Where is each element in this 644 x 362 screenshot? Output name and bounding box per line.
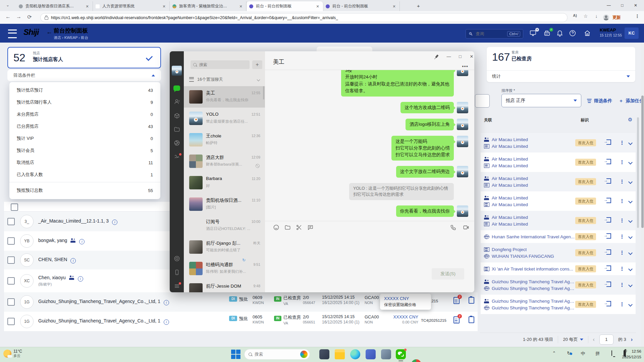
row-checkbox[interactable] <box>7 218 15 225</box>
message-bubble[interactable]: 这个地方改成放二维码 <box>400 102 454 113</box>
entity-name[interactable]: Xi 'an Air Travel ticket information con… <box>492 266 573 272</box>
rooms-summary-card[interactable]: 167 客房 已检查房 统计 <box>487 47 635 82</box>
browser-tab[interactable]: 前台 - 前台控制面板 ✕ <box>323 1 400 11</box>
add-task-button[interactable]: ＋ 添加任务 <box>619 98 644 104</box>
sort-by-select[interactable]: 抵店 正序 <box>501 94 581 107</box>
start-button[interactable] <box>231 349 241 359</box>
taskbar-search-input[interactable] <box>254 352 292 357</box>
task-row[interactable]: Xi 'an Air Travel ticket information con… <box>481 262 636 275</box>
browser-update-button[interactable]: 更新 <box>612 15 621 20</box>
row-menu-icon[interactable]: ⋮ <box>620 301 625 307</box>
favorites-box-icon[interactable] <box>170 113 184 120</box>
browser-tab[interactable]: 前台 - 前台控制面板 ✕ <box>247 1 323 11</box>
per-page-select[interactable]: 20 每页 <box>563 337 583 343</box>
taskbar-app-dark[interactable] <box>319 349 329 359</box>
filter-option[interactable]: 预计会员 5 <box>9 144 160 157</box>
guest-row[interactable]: 3_ _Air_Macau_Limited__12.1-1.1, 3i <box>4 212 170 231</box>
clipboard-icon[interactable] <box>469 316 474 323</box>
help-icon[interactable] <box>569 29 577 38</box>
tab-close-icon[interactable]: ✕ <box>161 4 167 9</box>
chat-list-item[interactable]: 酒店大群 12:09 财务部Barbara张英... <box>184 150 265 172</box>
window-minimize-button[interactable]: — <box>602 0 615 11</box>
ime-language-indicator[interactable]: 中 <box>579 351 587 357</box>
weather-widget[interactable]: 11°C 多云 <box>3 349 22 358</box>
tab-close-icon[interactable]: ✕ <box>85 4 90 9</box>
chat-list-item[interactable]: 王chole 12:36 帕萨特 <box>184 129 265 150</box>
clipboard-icon[interactable] <box>469 297 474 304</box>
row-checkbox[interactable] <box>7 277 15 285</box>
entity-name[interactable]: Air Macau Limited <box>492 163 528 168</box>
sender-avatar[interactable] <box>457 70 468 76</box>
filter-total-row[interactable]: 预抵预订总数 55 <box>9 184 160 197</box>
guest-name[interactable]: _Air_Macau_Limited__12.1-1.1, 3 <box>38 218 109 224</box>
guest-row[interactable]: 1G Guizhou_Shunjing_Tiancheng_Travel_Age… <box>4 312 478 331</box>
taskbar-search[interactable] <box>244 349 310 360</box>
entity-name[interactable]: Air Macau Limited <box>492 222 528 227</box>
guest-row[interactable]: YB bongwk, yangi <box>4 231 170 251</box>
forward-icon[interactable]: → <box>15 14 23 20</box>
expand-chevron-icon[interactable] <box>629 140 632 146</box>
message-bubble[interactable]: 这是一个万能码 扫它可以分享您此刻的心情 扫它可以立马传达您的需求 <box>391 136 454 161</box>
contacts-icon[interactable] <box>170 99 184 106</box>
task-search-input-partial[interactable] <box>475 94 490 108</box>
window-close-button[interactable]: ✕ <box>629 0 642 11</box>
row-menu-icon[interactable]: ⋮ <box>620 179 625 185</box>
expand-chevron-icon[interactable] <box>629 282 632 288</box>
task-row[interactable]: Dongfeng Project WUHAN TIANXIA FANGCANG … <box>481 243 636 262</box>
taskbar-clock[interactable]: 12:56 2025/12/15 <box>622 349 641 360</box>
task-row[interactable]: Guizhou Shunjing Tiancheng Travel Age...… <box>481 295 636 314</box>
chat-list-item[interactable]: 美工 12:55 你先看看，晚点我去找你 <box>184 86 265 108</box>
check-in-icon[interactable] <box>606 159 611 166</box>
check-in-icon[interactable] <box>606 139 611 146</box>
screenshot-scissors-icon[interactable] <box>296 224 303 231</box>
wechat-taskbar-icon[interactable] <box>396 349 406 359</box>
price-cell[interactable]: XXXXX CNY 0.00 CNY <box>380 314 418 324</box>
wechat-window[interactable]: + 16个置顶聊天 美工 12:55 你先看看，晚点我去找你 <box>170 51 474 292</box>
prev-page-icon[interactable]: ‹ <box>593 337 595 343</box>
workstation-icon[interactable]: ✕ <box>529 29 537 38</box>
chat-list-item[interactable]: 吐槽码沟通群 ↻ 9:51 陈伟明: 如果要我们补... <box>184 258 265 279</box>
send-button[interactable]: 发送(S) <box>432 268 464 280</box>
tray-chevron-icon[interactable]: ⌃ <box>550 351 558 356</box>
next-page-icon[interactable]: › <box>631 337 633 343</box>
ime-mode-indicator[interactable]: 拼 <box>594 351 602 357</box>
new-tab-button[interactable]: + <box>417 3 420 9</box>
profile-avatar[interactable] <box>603 14 609 20</box>
guest-name[interactable]: Chen, xiaoyu <box>38 275 66 280</box>
expand-chevron-icon[interactable] <box>629 159 632 165</box>
edge-icon[interactable] <box>350 349 360 359</box>
sender-avatar[interactable] <box>457 136 468 147</box>
filter-option[interactable]: 未分房抵店 0 <box>9 108 160 120</box>
tab-close-icon[interactable]: ✕ <box>391 4 397 9</box>
check-in-icon[interactable] <box>606 282 611 288</box>
filter-option[interactable]: 预计 VIP 0 <box>9 132 160 144</box>
row-checkbox[interactable] <box>7 256 15 264</box>
expand-chevron-icon[interactable] <box>629 218 632 224</box>
task-row[interactable]: Air Macau Limited Air Macau Limited 首次入住… <box>481 172 636 191</box>
row-menu-icon[interactable]: ⋮ <box>620 159 625 165</box>
pinned-chats-header[interactable]: 16个置顶聊天 <box>184 74 265 84</box>
file-icon[interactable] <box>284 224 291 231</box>
info-icon[interactable]: i <box>70 258 76 263</box>
check-in-icon[interactable] <box>606 178 611 185</box>
expand-chevron-icon[interactable] <box>629 301 632 307</box>
read-aloud-icon[interactable]: A) <box>571 13 579 17</box>
entity-name[interactable]: Air Macau Limited <box>492 137 528 142</box>
user-avatar[interactable] <box>172 66 182 76</box>
expand-chevron-icon[interactable] <box>629 198 632 204</box>
browser-tab[interactable]: 旅客查询 - 紫楠旅馆业治安信息管 ✕ <box>170 1 247 11</box>
taskbar-app-blue[interactable] <box>366 349 376 359</box>
chat-history-icon[interactable] <box>307 224 314 231</box>
entity-name[interactable]: Hunan Sanhe International Travel Agen... <box>492 234 575 239</box>
message-bubble[interactable]: YOLO : 这是一个万能码扫它可以分享您此刻的心情扫它可以立马传达您的需求 <box>349 183 454 200</box>
row-menu-icon[interactable]: ⋮ <box>620 140 625 146</box>
task-row[interactable]: Air Macau Limited Air Macau Limited 首次入住… <box>481 153 636 172</box>
guest-row[interactable]: SC CHEN, SHENi <box>4 251 170 269</box>
sender-avatar[interactable] <box>457 119 468 130</box>
info-icon[interactable]: i <box>79 239 85 244</box>
entity-name[interactable]: Guizhou Shunjing Tiancheng Travel Age... <box>492 279 576 284</box>
entity-name[interactable]: Guizhou Shunjing Tiancheng Travel Age... <box>492 286 576 291</box>
row-checkbox[interactable] <box>7 237 15 245</box>
row-menu-icon[interactable]: ⋮ <box>620 250 625 256</box>
chat-maximize-icon[interactable]: □ <box>456 54 464 59</box>
